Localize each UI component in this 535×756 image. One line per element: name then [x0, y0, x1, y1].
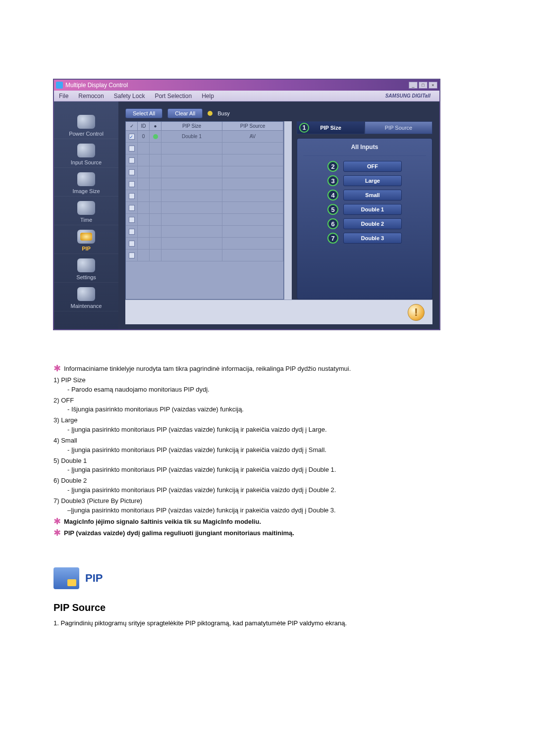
- titlebar: Multiple Display Control _ □ ×: [54, 80, 439, 91]
- callout-badge-4: 4: [327, 190, 338, 201]
- table-row[interactable]: 0 Double 1 AV: [126, 131, 283, 143]
- table-row[interactable]: [126, 166, 283, 178]
- table-row[interactable]: [126, 202, 283, 214]
- pip-double2-button[interactable]: Double 2: [343, 218, 402, 229]
- col-check[interactable]: ✓: [126, 122, 138, 130]
- tab-label: PIP Size: [320, 125, 341, 131]
- app-icon: [56, 82, 63, 89]
- row-checkbox[interactable]: [129, 229, 135, 235]
- bottom-section: PIP PIP Source 1. Pagrindinių piktogramų…: [54, 567, 482, 627]
- option-row: 5Double 1: [327, 204, 402, 215]
- callout-badge-5: 5: [327, 204, 338, 215]
- sidebar-item-label: Maintenance: [71, 303, 102, 309]
- alert-icon[interactable]: !: [408, 304, 425, 321]
- option-row: 6Double 2: [327, 218, 402, 229]
- grid-scrollbar[interactable]: [284, 121, 292, 300]
- pip-source-step: 1. Pagrindinių piktogramų srityje spragt…: [54, 619, 482, 627]
- star-icon: ✱: [54, 529, 61, 537]
- callout-badge-2: 2: [327, 161, 338, 172]
- settings-icon: [77, 258, 95, 272]
- pip-large-button[interactable]: Large: [343, 175, 402, 186]
- row-checkbox[interactable]: [129, 134, 135, 140]
- table-row[interactable]: [126, 154, 283, 166]
- intro-text: Informaciniame tinklelyje nurodyta tam t…: [64, 364, 351, 374]
- table-row[interactable]: [126, 226, 283, 238]
- sidebar-item-label: Power Control: [69, 131, 104, 137]
- menu-remocon[interactable]: Remocon: [73, 93, 108, 100]
- window-title: Multiple Display Control: [65, 82, 128, 89]
- col-pip-source[interactable]: PIP Source: [222, 122, 283, 130]
- row-checkbox[interactable]: [129, 146, 135, 151]
- pip-source-heading: PIP Source: [54, 602, 482, 613]
- sidebar-item-maintenance[interactable]: Maintenance: [54, 284, 118, 311]
- pip-small-button[interactable]: Small: [343, 190, 402, 201]
- pip-section-title: PIP: [85, 572, 103, 585]
- image-size-icon: [77, 172, 95, 186]
- sidebar-item-settings[interactable]: Settings: [54, 255, 118, 283]
- close-button[interactable]: ×: [428, 82, 437, 89]
- col-pip-size[interactable]: PIP Size: [161, 122, 222, 130]
- sidebar-item-label: Time: [80, 217, 92, 223]
- note-2: PIP (vaizdas vaizde) dydį galima reguliu…: [64, 529, 294, 538]
- note-1: MagicInfo įėjimo signalo šaltinis veikia…: [64, 517, 261, 527]
- display-grid: ✓ ID ● PIP Size PIP Source 0: [125, 121, 284, 300]
- row-checkbox[interactable]: [129, 169, 135, 175]
- footer-bar: !: [125, 300, 432, 324]
- table-row[interactable]: [126, 143, 283, 154]
- callout-badge-7: 7: [327, 233, 338, 244]
- busy-icon: [208, 111, 213, 116]
- col-id[interactable]: ID: [138, 122, 150, 130]
- col-status[interactable]: ●: [150, 122, 161, 130]
- row-pip-source: AV: [222, 131, 283, 142]
- clear-all-button[interactable]: Clear All: [167, 108, 203, 118]
- pip-off-button[interactable]: OFF: [343, 161, 402, 172]
- row-checkbox[interactable]: [129, 252, 135, 258]
- menu-port-selection[interactable]: Port Selection: [150, 93, 197, 100]
- maintenance-icon: [77, 287, 95, 301]
- menu-safety-lock[interactable]: Safety Lock: [109, 93, 150, 100]
- row-pip-size: Double 1: [161, 131, 222, 142]
- sidebar-item-pip[interactable]: PIP: [54, 226, 118, 254]
- option-row: 4Small: [327, 190, 402, 201]
- row-checkbox[interactable]: [129, 241, 135, 247]
- table-row[interactable]: [126, 190, 283, 202]
- sidebar-item-image-size[interactable]: Image Size: [54, 169, 118, 197]
- row-checkbox[interactable]: [129, 217, 135, 223]
- row-checkbox[interactable]: [129, 157, 135, 163]
- table-row[interactable]: [126, 214, 283, 226]
- input-source-icon: [77, 144, 95, 157]
- maximize-button[interactable]: □: [419, 82, 428, 89]
- tab-pip-source[interactable]: PIP Source: [365, 121, 432, 134]
- row-checkbox[interactable]: [129, 193, 135, 199]
- star-icon: ✱: [54, 364, 61, 372]
- sidebar-item-label: Input Source: [71, 159, 102, 165]
- sidebar-item-label: Image Size: [72, 188, 100, 194]
- app-window: Multiple Display Control _ □ × File Remo…: [54, 79, 440, 330]
- sidebar: Power Control Input Source Image Size Ti…: [54, 101, 118, 329]
- callout-badge-3: 3: [327, 175, 338, 186]
- time-icon: [77, 201, 95, 215]
- sidebar-item-power-control[interactable]: Power Control: [54, 111, 118, 139]
- pip-section-icon: [54, 567, 79, 589]
- minimize-button[interactable]: _: [409, 82, 418, 89]
- table-row[interactable]: [126, 238, 283, 250]
- row-checkbox[interactable]: [129, 181, 135, 187]
- select-all-button[interactable]: Select All: [125, 108, 162, 118]
- power-icon: [77, 115, 95, 129]
- sidebar-item-time[interactable]: Time: [54, 198, 118, 225]
- table-row[interactable]: [126, 178, 283, 190]
- star-icon: ✱: [54, 517, 61, 525]
- menu-help[interactable]: Help: [197, 93, 219, 100]
- status-led-icon: [153, 134, 158, 139]
- pip-size-panel: All Inputs 2OFF 3Large 4Small 5Double 1 …: [297, 138, 432, 300]
- pip-icon: [77, 230, 95, 244]
- sidebar-item-input-source[interactable]: Input Source: [54, 140, 118, 168]
- tab-pip-size[interactable]: 1 PIP Size: [297, 121, 365, 134]
- pip-double1-button[interactable]: Double 1: [343, 204, 402, 215]
- row-checkbox[interactable]: [129, 205, 135, 211]
- pip-double3-button[interactable]: Double 3: [343, 233, 402, 244]
- table-row[interactable]: [126, 250, 283, 261]
- callout-badge-6: 6: [327, 218, 338, 229]
- menu-file[interactable]: File: [54, 93, 73, 100]
- sidebar-item-label: Settings: [76, 274, 96, 280]
